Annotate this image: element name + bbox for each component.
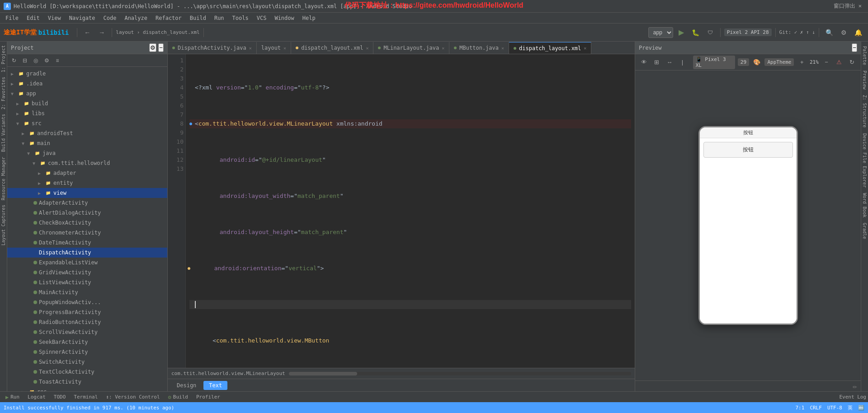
tree-item-src[interactable]: ▼📁src <box>7 118 167 128</box>
phone-button[interactable]: 按钮 <box>703 142 793 158</box>
favorites-tab[interactable]: 2: Favorites <box>0 75 7 111</box>
preview-zoom-out-button[interactable]: − <box>821 57 831 68</box>
tab-mlinear-layout[interactable]: MLinarLayout.java ✕ <box>373 42 449 54</box>
collapse-all-button[interactable]: ⊟ <box>20 56 30 66</box>
todo-button[interactable]: TODO <box>50 393 70 401</box>
horizontal-scrollbar[interactable] <box>289 372 631 375</box>
tree-item-main[interactable]: ▼📁main <box>7 138 167 148</box>
tab-close-layout[interactable]: ✕ <box>283 46 286 51</box>
code-editor[interactable]: <?xml version="1.0" encoding="utf-8"?> ●… <box>186 54 635 368</box>
logcat-button[interactable]: Logcat <box>24 393 49 401</box>
structure-tab[interactable]: Z: Structure <box>861 92 868 130</box>
menu-refactor[interactable]: Refactor <box>152 14 185 22</box>
preview-layout-button[interactable]: ⊞ <box>651 57 661 68</box>
tree-item-switch-activity[interactable]: ▶SwitchActivity <box>7 357 167 367</box>
filter-button[interactable]: ⚙ <box>42 56 52 66</box>
preview-minimize-button[interactable]: − <box>852 43 857 52</box>
tree-item-gridview-activity[interactable]: ▶GridViewActivity <box>7 268 167 277</box>
tree-item-scrollview-activity[interactable]: ▶ScrollViewActivity <box>7 327 167 337</box>
tab-close-mbutton[interactable]: ✕ <box>501 46 504 51</box>
coverage-button[interactable]: 🛡 <box>704 26 717 39</box>
tree-item-adapter-activity[interactable]: ▶AdapterActivity <box>7 198 167 208</box>
run-bottom-button[interactable]: ▶ Run <box>2 393 23 401</box>
preview-arrow-button[interactable]: ↔ <box>665 57 675 68</box>
preview-eye-button[interactable]: 👁 <box>639 57 649 68</box>
tree-item-package[interactable]: ▼📁com.ttit.helloworld <box>7 158 167 168</box>
tree-item-popup-activity[interactable]: ▶PopupWindowActiv... <box>7 297 167 307</box>
menu-navigate[interactable]: Navigate <box>66 14 99 22</box>
menu-run[interactable]: Run <box>211 14 228 22</box>
tree-item-idea[interactable]: ▶📁.idea <box>7 79 167 89</box>
tree-item-androidtest[interactable]: ▶📁androidTest <box>7 128 167 138</box>
tab-close-dispatch-layout-active[interactable]: ✕ <box>584 46 586 51</box>
preview-refresh-button[interactable]: ↻ <box>847 57 857 68</box>
tree-item-entity[interactable]: ▶📁entity <box>7 178 167 188</box>
sync-button[interactable]: ↻ <box>9 56 19 66</box>
notifications-button[interactable]: 🔔 <box>852 26 864 39</box>
tree-item-listview-activity[interactable]: ▶ListViewActivity <box>7 277 167 287</box>
tree-item-java[interactable]: ▼📁java <box>7 148 167 158</box>
menu-view[interactable]: View <box>44 14 65 22</box>
tree-item-chronometer-activity[interactable]: ▶ChronometerActivity <box>7 228 167 238</box>
text-tab[interactable]: Text <box>203 381 227 390</box>
tab-close-mlinear[interactable]: ✕ <box>442 46 444 51</box>
preview-theme-label[interactable]: AppTheme <box>764 58 794 66</box>
tree-item-build[interactable]: ▶📁build <box>7 99 167 108</box>
tree-item-libs[interactable]: ▶📁libs <box>7 108 167 118</box>
tree-item-alertdialog-activity[interactable]: ▶AlertDialogActivity <box>7 208 167 218</box>
version-control-button[interactable]: ↕: Version Control <box>102 393 163 401</box>
preview-app-theme-button[interactable]: 🎨 <box>752 57 762 68</box>
settings-button[interactable]: ⚙ <box>837 26 850 39</box>
search-everywhere-button[interactable]: 🔍 <box>823 26 835 39</box>
tree-item-datetime-activity[interactable]: ▶DateTimeActivity <box>7 238 167 248</box>
word-book-tab[interactable]: Word Book <box>861 190 868 220</box>
tab-close-dispatch[interactable]: ✕ <box>249 46 252 51</box>
layout-captures-tab[interactable]: Layout Captures <box>0 203 7 247</box>
menu-edit[interactable]: Edit <box>23 14 43 22</box>
menu-file[interactable]: File <box>2 14 22 22</box>
profiler-button[interactable]: Profiler <box>193 393 224 401</box>
tree-item-spinner-activity[interactable]: ▶SpinnerActivity <box>7 347 167 357</box>
menu-help[interactable]: Help <box>299 14 319 22</box>
close-button[interactable]: 窗口弹出 ✕ <box>831 1 864 11</box>
tab-layout[interactable]: layout ✕ <box>257 42 291 54</box>
forward-button[interactable]: → <box>95 26 108 39</box>
project-tab[interactable]: 1: Project <box>0 43 7 74</box>
gradle-side-tab[interactable]: Gradle <box>861 220 868 242</box>
project-collapse-button[interactable]: − <box>158 43 164 52</box>
app-select[interactable]: app <box>648 27 673 38</box>
tab-dispatch-activity[interactable]: DispatchActivity.java ✕ <box>168 42 257 54</box>
tree-item-view[interactable]: ▶📁view <box>7 188 167 198</box>
device-selector[interactable]: Pixel 2 API 28 <box>724 28 772 36</box>
preview-device-label[interactable]: 📱 Pixel 3 XL <box>693 56 735 69</box>
tab-dispatch-layout-active[interactable]: dispatch_layout.xml ✕ <box>509 42 591 54</box>
tab-close-dispatch-layout-1[interactable]: ✕ <box>366 46 368 51</box>
terminal-button[interactable]: Terminal <box>70 393 101 401</box>
tree-item-adapter[interactable]: ▶📁adapter <box>7 168 167 178</box>
locate-button[interactable]: ◎ <box>31 56 41 66</box>
menu-build[interactable]: Build <box>186 14 210 22</box>
tree-item-textclock-activity[interactable]: ▶TextClockActivity <box>7 367 167 377</box>
project-settings-button[interactable]: ⚙ <box>149 43 156 52</box>
preview-cursor-button[interactable]: | <box>677 57 687 68</box>
menu-vcs[interactable]: VCS <box>253 14 270 22</box>
design-tab[interactable]: Design <box>171 381 202 390</box>
run-button[interactable]: ▶ <box>675 26 688 39</box>
build-variants-tab[interactable]: Build Variants <box>0 112 7 154</box>
scroll-thumb[interactable] <box>289 372 357 375</box>
tree-item-checkbox-activity[interactable]: ▶CheckBoxActivity <box>7 218 167 228</box>
preview-side-tab[interactable]: Preview <box>861 68 868 92</box>
tree-item-gradle[interactable]: ▶📁gradle <box>7 69 167 79</box>
sort-button[interactable]: ≡ <box>52 56 62 66</box>
tree-item-main-activity[interactable]: ▶MainActivity <box>7 287 167 297</box>
debug-button[interactable]: 🐛 <box>689 26 702 39</box>
back-button[interactable]: ← <box>81 26 94 39</box>
palette-tab[interactable]: Palette <box>861 43 868 68</box>
menu-analyze[interactable]: Analyze <box>121 14 151 22</box>
preview-zoom-label[interactable]: 29 <box>738 58 749 66</box>
tree-item-progressbar-activity[interactable]: ▶ProgressBarActivity <box>7 307 167 317</box>
tab-mbutton[interactable]: MButton.java ✕ <box>449 42 509 54</box>
tree-item-app[interactable]: ▼📁app <box>7 89 167 99</box>
tree-item-toast-activity[interactable]: ▶ToastActivity <box>7 377 167 387</box>
tree-item-radiobutton-activity[interactable]: ▶RadioButtonActivity <box>7 317 167 327</box>
